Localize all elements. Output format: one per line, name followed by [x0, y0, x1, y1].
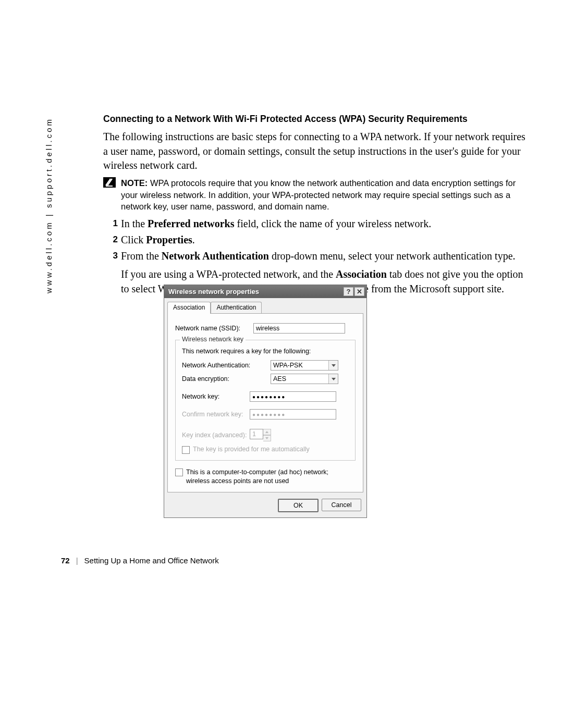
dialog-buttons: OK Cancel: [164, 496, 366, 517]
chevron-down-icon: [328, 361, 338, 370]
network-key-row: Network key: ●●●●●●●●: [182, 391, 349, 402]
steps-list: 1 In the Preferred networks field, click…: [103, 217, 525, 263]
chevron-down-icon: [265, 437, 268, 439]
tab-association[interactable]: Association: [167, 302, 211, 314]
ssid-label: Network name (SSID):: [175, 325, 253, 332]
dialog-titlebar: Wireless network properties ? ✕: [164, 285, 366, 298]
help-button[interactable]: ?: [344, 287, 353, 296]
autokey-checkbox[interactable]: [182, 446, 190, 454]
data-encryption-row: Data encryption: AES: [182, 374, 349, 384]
network-key-input[interactable]: ●●●●●●●●: [250, 391, 336, 402]
autokey-row: The key is provided for me automatically: [182, 446, 349, 454]
network-auth-label: Network Authentication:: [182, 362, 271, 369]
step-2: 2 Click Properties.: [103, 233, 525, 247]
autokey-label: The key is provided for me automatically: [193, 446, 310, 453]
key-index-label: Key index (advanced):: [182, 431, 250, 439]
spinner-up[interactable]: [263, 429, 271, 435]
footer-separator: |: [76, 556, 78, 565]
association-panel: Network name (SSID): wireless Wireless n…: [167, 313, 363, 492]
page-number: 72: [61, 556, 70, 565]
page-footer: 72 | Setting Up a Home and Office Networ…: [61, 556, 219, 565]
note-body: WPA protocols require that you know the …: [121, 178, 516, 212]
data-encryption-label: Data encryption:: [182, 375, 271, 382]
key-index-spinner[interactable]: 1: [250, 429, 271, 441]
cancel-button[interactable]: Cancel: [322, 499, 361, 511]
close-button[interactable]: ✕: [354, 287, 364, 296]
titlebar-buttons: ? ✕: [344, 287, 364, 296]
fieldset-description: This network requires a key for the foll…: [182, 348, 349, 355]
chapter-title: Setting Up a Home and Office Network: [84, 556, 219, 565]
page-content: Connecting to a Network With Wi-Fi Prote…: [103, 114, 525, 306]
note-block: NOTE: WPA protocols require that you kno…: [103, 177, 525, 213]
margin-url: www.dell.com | support.dell.com: [44, 117, 53, 293]
section-heading: Connecting to a Network With Wi-Fi Prote…: [103, 114, 525, 125]
data-encryption-value: AES: [273, 375, 286, 382]
adhoc-label: This is a computer-to-computer (ad hoc) …: [186, 468, 353, 486]
step-3: 3 From the Network Authentication drop-d…: [103, 249, 525, 263]
wireless-key-fieldset: Wireless network key This network requir…: [175, 340, 356, 461]
ssid-input[interactable]: wireless: [253, 323, 345, 334]
network-key-label: Network key:: [182, 393, 250, 400]
note-icon: [103, 177, 118, 213]
intro-paragraph: The following instructions are basic ste…: [103, 130, 525, 173]
fieldset-legend: Wireless network key: [180, 336, 246, 343]
close-icon: ✕: [357, 288, 362, 295]
network-auth-row: Network Authentication: WPA-PSK: [182, 360, 349, 371]
question-icon: ?: [347, 288, 351, 295]
chevron-down-icon: [328, 374, 338, 384]
manual-page: www.dell.com | support.dell.com Connecti…: [0, 0, 563, 728]
network-auth-value: WPA-PSK: [273, 362, 303, 369]
dialog-figure: Wireless network properties ? ✕ Associat…: [164, 285, 367, 518]
note-text: NOTE: WPA protocols require that you kno…: [121, 177, 525, 213]
ok-button[interactable]: OK: [278, 499, 319, 512]
step-1: 1 In the Preferred networks field, click…: [103, 217, 525, 231]
tab-authentication[interactable]: Authentication: [211, 302, 262, 314]
ssid-row: Network name (SSID): wireless: [175, 323, 356, 334]
confirm-key-label: Confirm network key:: [182, 411, 250, 418]
chevron-up-icon: [265, 431, 268, 433]
adhoc-checkbox[interactable]: [175, 468, 183, 476]
network-key-value: ●●●●●●●●: [252, 394, 286, 400]
confirm-key-value: ●●●●●●●●: [252, 412, 286, 417]
dialog-title: Wireless network properties: [168, 288, 259, 295]
network-auth-select[interactable]: WPA-PSK: [271, 360, 338, 371]
spinner-buttons: [263, 429, 271, 441]
data-encryption-select[interactable]: AES: [271, 374, 338, 384]
key-index-row: Key index (advanced): 1: [182, 429, 349, 441]
adhoc-row: This is a computer-to-computer (ad hoc) …: [175, 468, 356, 486]
note-label: NOTE:: [121, 178, 148, 188]
spinner-down[interactable]: [263, 435, 271, 441]
wireless-properties-dialog: Wireless network properties ? ✕ Associat…: [164, 285, 367, 518]
dialog-tabs: Association Authentication: [164, 298, 366, 313]
confirm-key-input[interactable]: ●●●●●●●●: [250, 409, 336, 419]
confirm-key-row: Confirm network key: ●●●●●●●●: [182, 409, 349, 419]
ssid-value: wireless: [256, 325, 279, 332]
